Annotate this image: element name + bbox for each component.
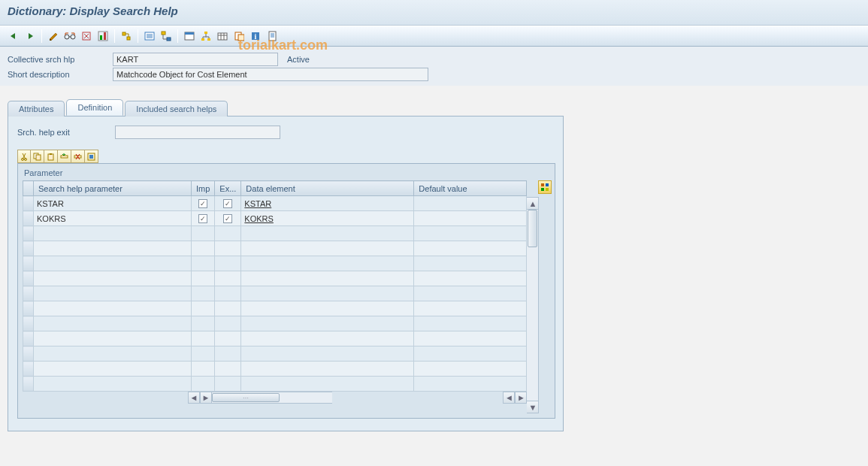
default-cell[interactable] xyxy=(414,211,527,226)
col-ex-[interactable]: Ex... xyxy=(215,181,241,196)
collective-srch-hlp-input[interactable] xyxy=(113,53,278,66)
vscroll-thumb[interactable] xyxy=(528,210,537,247)
table-row[interactable] xyxy=(23,362,527,377)
row-selector[interactable] xyxy=(23,331,34,346)
svg-rect-0 xyxy=(50,39,51,41)
cut-icon[interactable] xyxy=(17,150,31,163)
hscroll-thumb[interactable]: ⋯ xyxy=(212,393,280,402)
svg-rect-14 xyxy=(167,38,171,41)
documentation-icon[interactable] xyxy=(265,29,280,44)
forward-arrow-icon[interactable] xyxy=(23,29,38,44)
application-toolbar: i xyxy=(0,26,868,47)
table-settings-button[interactable] xyxy=(538,180,552,194)
grid-title: Parameter xyxy=(23,167,552,180)
row-selector[interactable] xyxy=(23,346,34,362)
svg-text:i: i xyxy=(255,32,257,41)
col-data-element[interactable]: Data element xyxy=(241,181,414,196)
select-all-icon[interactable] xyxy=(85,150,98,163)
svg-rect-38 xyxy=(61,156,68,158)
wizard-icon[interactable] xyxy=(215,29,230,44)
svg-rect-16 xyxy=(185,32,194,35)
hscroll-right2-icon[interactable]: ► xyxy=(515,392,527,404)
where-used-icon[interactable] xyxy=(119,29,134,44)
table-row[interactable] xyxy=(23,316,527,331)
vscroll-up-icon[interactable]: ▲ xyxy=(527,198,538,210)
activate-icon[interactable] xyxy=(95,29,110,44)
horizontal-scrollbar[interactable]: ◄ ► ⋯ ◄ ► xyxy=(23,392,527,404)
table-row[interactable]: KOKRS✓✓KOKRS xyxy=(23,211,527,226)
tab-attributes[interactable]: Attributes xyxy=(8,101,65,116)
svg-rect-19 xyxy=(207,38,210,41)
tree-icon[interactable] xyxy=(159,29,174,44)
row-selector[interactable] xyxy=(23,362,34,377)
table-row[interactable] xyxy=(23,286,527,301)
svg-rect-17 xyxy=(204,32,207,34)
table-row[interactable] xyxy=(23,377,527,392)
row-selector[interactable] xyxy=(23,256,34,271)
col-search-help-parameter[interactable]: Search help parameter xyxy=(34,181,192,196)
copy-icon[interactable] xyxy=(31,150,44,163)
svg-rect-13 xyxy=(162,32,165,35)
exp-checkbox[interactable]: ✓ xyxy=(215,196,241,211)
tab-definition[interactable]: Definition xyxy=(66,99,123,116)
info-icon[interactable]: i xyxy=(248,29,263,44)
row-selector[interactable] xyxy=(23,241,34,256)
table-row[interactable] xyxy=(23,226,527,241)
srch-help-exit-input[interactable] xyxy=(115,126,280,139)
row-selector[interactable] xyxy=(23,226,34,241)
paste-icon[interactable] xyxy=(44,150,58,163)
vertical-scrollbar[interactable]: ▲ ▼ xyxy=(527,197,539,413)
fullscreen-icon[interactable] xyxy=(182,29,197,44)
default-cell[interactable] xyxy=(414,196,527,211)
row-selector[interactable] xyxy=(23,316,34,331)
row-selector[interactable] xyxy=(23,286,34,301)
table-row[interactable] xyxy=(23,346,527,362)
row-selector[interactable] xyxy=(23,271,34,286)
glasses-toggle-icon[interactable] xyxy=(62,29,77,44)
table-row[interactable]: KSTAR✓✓KSTAR xyxy=(23,196,527,211)
grid-toolbar xyxy=(17,150,554,163)
svg-rect-20 xyxy=(218,33,227,40)
collective-srch-hlp-label: Collective srch hlp xyxy=(8,55,113,64)
col-imp[interactable]: Imp xyxy=(192,181,215,196)
row-selector[interactable] xyxy=(23,301,34,316)
data-element-cell[interactable]: KSTAR xyxy=(241,196,414,211)
svg-rect-36 xyxy=(48,154,53,160)
table-row[interactable] xyxy=(23,331,527,346)
short-description-input[interactable] xyxy=(113,68,428,81)
back-arrow-icon[interactable] xyxy=(6,29,21,44)
svg-rect-25 xyxy=(238,35,244,41)
pencil-icon[interactable] xyxy=(46,29,61,44)
row-selector[interactable] xyxy=(23,211,34,226)
col-default-value[interactable]: Default value xyxy=(414,181,527,196)
insert-row-icon[interactable] xyxy=(58,150,71,163)
hscroll-left2-icon[interactable]: ◄ xyxy=(503,392,515,404)
param-cell[interactable]: KOKRS xyxy=(34,211,192,226)
parameter-table[interactable]: Search help parameterImpEx...Data elemen… xyxy=(23,180,527,392)
table-row[interactable] xyxy=(23,301,527,316)
inactive-icon[interactable] xyxy=(79,29,94,44)
row-selector[interactable] xyxy=(23,196,34,211)
row-selector[interactable] xyxy=(23,377,34,392)
hscroll-right-icon[interactable]: ► xyxy=(200,392,212,404)
param-cell[interactable]: KSTAR xyxy=(34,196,192,211)
hierarchy-icon[interactable] xyxy=(198,29,213,44)
display-list-icon[interactable] xyxy=(142,29,157,44)
exp-checkbox[interactable]: ✓ xyxy=(215,211,241,226)
svg-rect-45 xyxy=(546,183,549,186)
svg-rect-43 xyxy=(89,155,93,159)
imp-checkbox[interactable]: ✓ xyxy=(192,211,215,226)
delete-row-icon[interactable] xyxy=(71,150,85,163)
data-element-cell[interactable]: KOKRS xyxy=(241,211,414,226)
tab-included-search-helps[interactable]: Included search helps xyxy=(125,101,228,116)
table-row[interactable] xyxy=(23,241,527,256)
append-icon[interactable] xyxy=(231,29,246,44)
imp-checkbox[interactable]: ✓ xyxy=(192,196,215,211)
short-description-label: Short description xyxy=(8,70,113,79)
srch-help-exit-label: Srch. help exit xyxy=(17,128,115,137)
table-row[interactable] xyxy=(23,256,527,271)
hscroll-left-icon[interactable]: ◄ xyxy=(188,392,200,404)
svg-rect-7 xyxy=(122,32,126,35)
vscroll-down-icon[interactable]: ▼ xyxy=(527,401,538,413)
table-row[interactable] xyxy=(23,271,527,286)
